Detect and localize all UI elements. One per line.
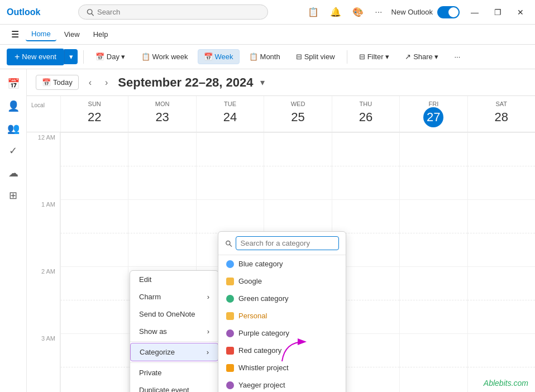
cell-2am-sun[interactable] <box>60 266 128 300</box>
new-outlook-label: New Outlook <box>391 8 433 16</box>
context-item-charm[interactable]: Charm › <box>130 288 218 305</box>
more-icon-button[interactable]: ··· <box>372 5 384 20</box>
menubar: ☰ Home View Help <box>0 25 535 45</box>
cell-1-30am-sun[interactable] <box>60 233 128 266</box>
day-header-thu: Thu 26 <box>332 96 399 132</box>
category-item-google[interactable]: Google <box>218 273 346 290</box>
cell-1am-mon[interactable] <box>128 199 195 233</box>
main-layout: 📅 👤 👥 ✓ ☁ ⊞ 📅 Today ‹ › September 22–28,… <box>0 69 535 392</box>
categorize-arrow-icon: › <box>207 348 209 356</box>
context-item-categorize[interactable]: Categorize › <box>130 343 218 361</box>
week-days-header: Local Sun 22 Mon 23 Tue 24 Wed 25 <box>27 96 535 132</box>
cell-1-30am-sat[interactable] <box>467 233 535 266</box>
cell-3am-fri[interactable] <box>399 333 467 367</box>
view-month-button[interactable]: 📋 Month <box>243 49 286 64</box>
cell-12am-mon[interactable] <box>128 132 195 166</box>
hamburger-menu[interactable]: ☰ <box>7 27 23 42</box>
view-week-button[interactable]: 📅 Week <box>198 49 240 64</box>
cell-12am-sat[interactable] <box>467 132 535 166</box>
menu-view[interactable]: View <box>59 28 85 41</box>
cell-12am-thu[interactable] <box>332 132 399 166</box>
context-item-send-onenote[interactable]: Send to OneNote <box>130 305 218 323</box>
day-name-tue: Tue <box>199 101 261 107</box>
cell-1am-tue[interactable] <box>196 199 264 233</box>
new-event-arrow-button[interactable]: ▾ <box>64 49 78 64</box>
category-item-personal[interactable]: Personal <box>218 307 346 324</box>
cell-1am-fri[interactable] <box>399 199 467 233</box>
filter-button[interactable]: ⊟ Filter ▾ <box>353 49 396 64</box>
cell-12-30am-wed[interactable] <box>264 166 331 199</box>
titlebar-actions: 📋 🔔 🎨 ··· New Outlook — ❐ ✕ <box>305 4 528 20</box>
new-outlook-switch[interactable] <box>437 6 460 18</box>
cell-12-30am-sun[interactable] <box>60 166 128 199</box>
duplicate-label: Duplicate event <box>139 386 189 392</box>
context-item-edit[interactable]: Edit <box>130 271 218 288</box>
next-week-button[interactable]: › <box>102 75 111 90</box>
bell-icon-button[interactable]: 🔔 <box>328 4 343 20</box>
day-num-tue: 24 <box>220 107 240 127</box>
blue-category-dot <box>226 260 234 268</box>
calendar-title-dropdown[interactable]: ▾ <box>260 77 265 88</box>
search-input[interactable] <box>97 8 260 16</box>
category-item-blue[interactable]: Blue category <box>218 255 346 273</box>
cell-12-30am-mon[interactable] <box>128 166 195 199</box>
cell-2-30am-sun[interactable] <box>60 300 128 333</box>
context-item-private[interactable]: Private <box>130 364 218 381</box>
time-label-12am: 12 AM <box>27 132 60 166</box>
cell-3am-sat[interactable] <box>467 333 535 367</box>
cell-3-30am-sun[interactable] <box>60 367 128 392</box>
sidebar-icon-tasks[interactable]: ✓ <box>3 141 23 161</box>
maximize-button[interactable]: ❐ <box>490 6 506 19</box>
time-col-header: Local <box>27 96 60 132</box>
today-button[interactable]: 📅 Today <box>36 75 79 90</box>
cell-12am-fri[interactable] <box>399 132 467 166</box>
sidebar-icon-person[interactable]: 👤 <box>3 96 23 116</box>
cell-3am-sun[interactable] <box>60 333 128 367</box>
cell-12-30am-thu[interactable] <box>332 166 399 199</box>
view-day-button[interactable]: 📅 Day ▾ <box>89 49 132 64</box>
cell-1am-wed[interactable] <box>264 199 331 233</box>
new-event-button[interactable]: + New event <box>7 49 64 65</box>
blue-category-label: Blue category <box>238 260 283 268</box>
sidebar-icon-apps[interactable]: ⊞ <box>3 185 23 205</box>
cell-1-30am-fri[interactable] <box>399 233 467 266</box>
close-button[interactable]: ✕ <box>513 6 528 19</box>
view-workweek-button[interactable]: 📋 Work week <box>135 49 194 64</box>
cell-12am-tue[interactable] <box>196 132 264 166</box>
share-button[interactable]: ↗ Share ▾ <box>399 49 445 64</box>
cell-12-30am-sat[interactable] <box>467 166 535 199</box>
cell-2am-sat[interactable] <box>467 266 535 300</box>
menu-home[interactable]: Home <box>26 27 56 41</box>
context-menu: Edit Charm › Send to OneNote Show as › C… <box>130 270 219 392</box>
category-item-yaeger[interactable]: Yaeger project <box>218 376 346 392</box>
menu-help[interactable]: Help <box>88 28 114 41</box>
cell-2am-fri[interactable] <box>399 266 467 300</box>
minimize-button[interactable]: — <box>466 6 483 19</box>
cell-1am-sat[interactable] <box>467 199 535 233</box>
time-label-2am: 2 AM <box>27 266 60 300</box>
compose-icon-button[interactable]: 📋 <box>305 4 321 20</box>
cell-2-30am-fri[interactable] <box>399 300 467 333</box>
view-splitview-button[interactable]: ⊟ Split view <box>290 49 341 64</box>
cell-12am-wed[interactable] <box>264 132 331 166</box>
cell-12am-sun[interactable] <box>60 132 128 166</box>
context-item-duplicate[interactable]: Duplicate event <box>130 381 218 392</box>
red-category-label: Red category <box>238 346 281 355</box>
colorwheel-icon-button[interactable]: 🎨 <box>350 4 366 20</box>
sidebar-icon-cloud[interactable]: ☁ <box>3 163 23 183</box>
cell-3-30am-fri[interactable] <box>399 367 467 392</box>
category-search-input[interactable] <box>236 236 339 250</box>
cell-12-30am-tue[interactable] <box>196 166 264 199</box>
cell-12-30am-fri[interactable] <box>399 166 467 199</box>
context-item-show-as[interactable]: Show as › <box>130 323 218 340</box>
prev-week-button[interactable]: ‹ <box>85 75 95 90</box>
cell-1am-sun[interactable] <box>60 199 128 233</box>
cell-1am-thu[interactable] <box>332 199 399 233</box>
cell-1-30am-mon[interactable] <box>128 233 195 266</box>
cell-2-30am-sat[interactable] <box>467 300 535 333</box>
sidebar-icon-calendar[interactable]: 📅 <box>3 74 23 94</box>
sidebar-icon-people[interactable]: 👥 <box>3 118 23 138</box>
context-separator-1 <box>130 341 218 342</box>
more-options-button[interactable]: ··· <box>448 49 466 64</box>
category-item-green[interactable]: Green category <box>218 290 346 307</box>
